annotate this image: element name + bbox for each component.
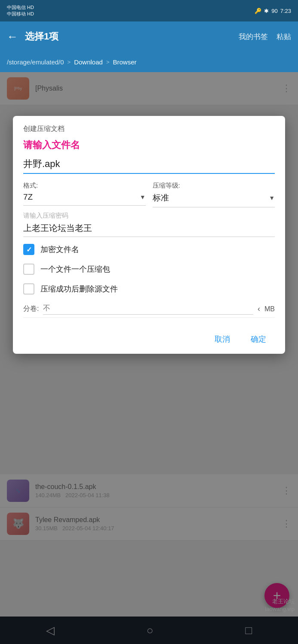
delete-source-row[interactable]: 压缩成功后删除源文件 [23,283,275,295]
carrier-info: 中国电信 HD 中国移动 HD [7,4,34,17]
format-level-row: 格式: 7Z ▼ 压缩等级: 标准 ▼ [23,182,275,207]
encrypt-filename-label: 加密文件名 [40,244,79,255]
volume-row: 分卷: ‹ MB [23,303,275,318]
breadcrumb-path3[interactable]: Browser [113,58,137,66]
filename-input[interactable] [23,156,275,174]
level-select[interactable]: 标准 ▼ [153,192,275,207]
format-select[interactable]: 7Z ▼ [23,192,146,206]
create-archive-dialog: 创建压缩文档 请输入文件名 格式: 7Z ▼ 压缩等级: 标准 ▼ 请输入压缩密… [13,116,285,354]
encrypt-filename-row[interactable]: 加密文件名 [23,244,275,255]
dialog-prompt: 请输入文件名 [23,139,275,152]
time-label: 7:23 [280,8,291,14]
app-bar: ← 选择1项 我的书签 粘贴 [0,21,298,52]
volume-arrow-icon[interactable]: ‹ [258,304,260,313]
status-icons: 🔑 ✱ 90 7:23 [255,8,291,14]
password-hint: 请输入压缩密码 [23,212,275,220]
level-col: 压缩等级: 标准 ▼ [153,182,275,207]
breadcrumb-sep2: > [106,59,110,65]
format-arrow-icon: ▼ [140,194,146,200]
format-value: 7Z [23,192,33,202]
key-icon: 🔑 [255,8,261,14]
breadcrumb-path1[interactable]: /storage/emulated/0 [7,58,64,66]
carrier2-label: 中国移动 HD [7,11,34,17]
ok-button[interactable]: 确定 [242,331,275,348]
format-col: 格式: 7Z ▼ [23,182,146,206]
password-input[interactable] [23,222,275,237]
app-bar-title: 选择1项 [25,30,239,43]
bluetooth-icon: ✱ [264,8,269,14]
breadcrumb-sep1: > [68,59,71,65]
status-bar: 中国电信 HD 中国移动 HD 🔑 ✱ 90 7:23 [0,0,298,21]
battery-label: 90 [271,8,277,14]
delete-source-checkbox[interactable] [23,283,34,295]
volume-input[interactable] [43,303,253,315]
bookmarks-button[interactable]: 我的书签 [239,32,268,42]
volume-unit-label: MB [264,305,275,313]
one-file-per-archive-checkbox[interactable] [23,264,34,275]
paste-button[interactable]: 粘贴 [276,32,291,42]
breadcrumb: /storage/emulated/0 > Download > Browser [0,52,298,72]
delete-source-label: 压缩成功后删除源文件 [40,284,118,294]
level-value: 标准 [153,192,169,204]
cancel-button[interactable]: 取消 [206,331,239,348]
volume-label: 分卷: [23,304,39,313]
breadcrumb-path2[interactable]: Download [74,58,103,66]
app-bar-actions: 我的书签 粘贴 [239,32,291,42]
carrier1-label: 中国电信 HD [7,4,34,11]
format-label: 格式: [23,182,146,190]
dialog-buttons: 取消 确定 [23,325,275,354]
encrypt-filename-checkbox[interactable] [23,244,34,255]
level-label: 压缩等级: [153,182,275,190]
back-button[interactable]: ← [7,30,18,43]
dialog-title: 创建压缩文档 [23,125,275,134]
one-file-per-archive-label: 一个文件一个压缩包 [40,264,110,274]
one-file-per-archive-row[interactable]: 一个文件一个压缩包 [23,264,275,275]
level-arrow-icon: ▼ [269,194,275,201]
